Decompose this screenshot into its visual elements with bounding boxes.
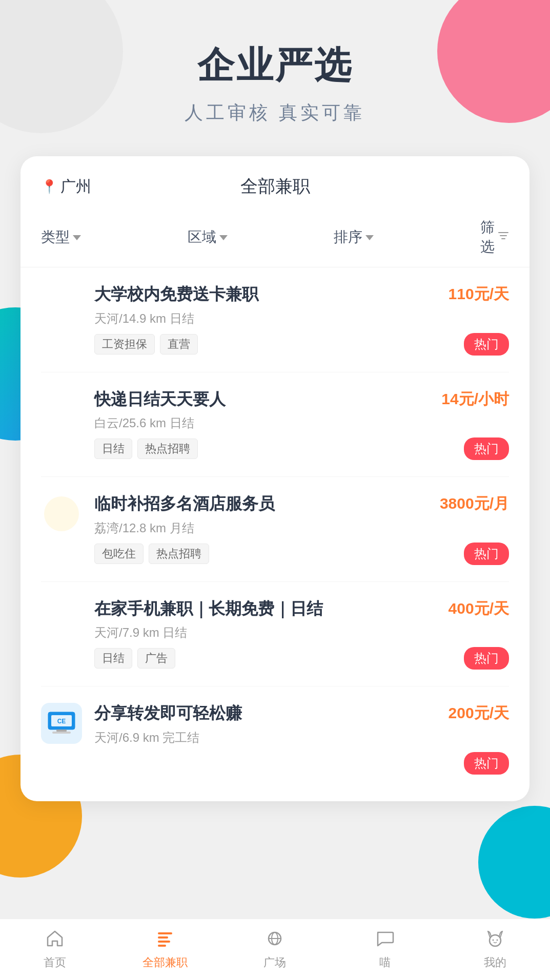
- hot-badge-1: 热门: [464, 333, 509, 356]
- svg-rect-10: [158, 932, 172, 934]
- job-content-1: 大学校内免费送卡兼职 110元/天 天河/14.9 km 日结 工资担保 直营 …: [94, 284, 509, 356]
- filter-type-label: 类型: [41, 227, 70, 247]
- job-salary-3: 3800元/月: [440, 493, 509, 514]
- job-logo-5: CE: [41, 703, 82, 744]
- filter-screen-label: 筛选: [480, 218, 495, 257]
- job-item[interactable]: 快递日结天天要人 14元/小时 白云/25.6 km 日结 日结 热点招聘 热门: [41, 372, 509, 477]
- bg-decoration-bottom-right: [478, 806, 550, 919]
- filter-type[interactable]: 类型: [41, 227, 188, 247]
- job-title-row-3: 临时补招多名酒店服务员 3800元/月: [94, 493, 509, 515]
- job-title-1: 大学校内免费送卡兼职: [94, 284, 443, 305]
- tag-4-1: 日结: [94, 648, 132, 669]
- job-meta-4: 天河/7.9 km 日结: [94, 624, 509, 641]
- job-item[interactable]: CE 分享转发即可轻松赚 200元/天 天河/6.9 km 完工结 热门: [41, 686, 509, 791]
- svg-rect-12: [158, 941, 170, 943]
- nav-home[interactable]: 首页: [0, 929, 110, 970]
- job-logo-4: [41, 598, 82, 639]
- job-salary-5: 200元/天: [449, 703, 509, 724]
- hot-badge-4: 热门: [464, 647, 509, 670]
- svg-point-18: [492, 939, 494, 941]
- job-tags-row-3: 包吃住 热点招聘 热门: [94, 543, 509, 565]
- nav-jobs-label: 全部兼职: [142, 955, 188, 970]
- hot-badge-3: 热门: [464, 543, 509, 565]
- svg-text:CE: CE: [57, 718, 66, 725]
- job-content-5: 分享转发即可轻松赚 200元/天 天河/6.9 km 完工结 热门: [94, 703, 509, 775]
- job-tags-row-1: 工资担保 直营 热门: [94, 333, 509, 356]
- job-title-2: 快递日结天天要人: [94, 389, 436, 410]
- hot-badge-2: 热门: [464, 437, 509, 460]
- job-tags-4: 日结 广告: [94, 648, 175, 669]
- header-subtitle: 人工审核 真实可靠: [21, 100, 529, 126]
- funnel-icon: [498, 230, 509, 244]
- tag-3-1: 包吃住: [94, 544, 144, 564]
- job-meta-2: 白云/25.6 km 日结: [94, 415, 509, 431]
- nav-plaza[interactable]: 广场: [220, 929, 330, 970]
- svg-rect-7: [56, 729, 67, 732]
- filter-area[interactable]: 区域: [188, 227, 334, 247]
- svg-point-3: [44, 496, 79, 531]
- filter-sort[interactable]: 排序: [334, 227, 480, 247]
- jobs-icon: [156, 929, 174, 951]
- job-tags-row-4: 日结 广告 热门: [94, 647, 509, 670]
- card-header: 📍 广州 全部兼职: [21, 156, 529, 213]
- nav-mine-label: 我的: [484, 955, 506, 970]
- job-item[interactable]: 🍽️ 临时补招多名酒店服务员 3800元/月 荔湾/12.8 km 月结 包吃住…: [41, 477, 509, 582]
- filter-area-label: 区域: [188, 227, 216, 247]
- job-meta-5: 天河/6.9 km 完工结: [94, 729, 509, 746]
- location-badge[interactable]: 📍 广州: [41, 176, 91, 197]
- job-title-4: 在家手机兼职｜长期免费｜日结: [94, 598, 443, 620]
- job-list: 大学校内免费送卡兼职 110元/天 天河/14.9 km 日结 工资担保 直营 …: [21, 267, 529, 791]
- job-meta-3: 荔湾/12.8 km 月结: [94, 520, 509, 536]
- nav-plaza-label: 广场: [263, 955, 286, 970]
- nav-home-label: 首页: [44, 955, 66, 970]
- job-title-3: 临时补招多名酒店服务员: [94, 493, 435, 515]
- planet-icon: [266, 929, 284, 951]
- svg-point-19: [496, 939, 498, 941]
- header-section: 企业严选 人工审核 真实可靠: [0, 0, 550, 156]
- job-tags-2: 日结 热点招聘: [94, 439, 198, 459]
- filter-type-chevron: [73, 235, 81, 240]
- svg-rect-8: [52, 732, 71, 734]
- bottom-nav: 首页 全部兼职 广场 喵: [0, 919, 550, 980]
- job-tags-1: 工资担保 直营: [94, 334, 198, 355]
- card-title: 全部兼职: [240, 175, 310, 198]
- chat-icon: [376, 929, 394, 951]
- job-salary-1: 110元/天: [449, 284, 509, 305]
- main-card: 📍 广州 全部兼职 类型 区域 排序 筛选: [21, 156, 529, 801]
- job-title-row-4: 在家手机兼职｜长期免费｜日结 400元/天: [94, 598, 509, 620]
- hot-badge-5: 热门: [464, 752, 509, 775]
- job-salary-2: 14元/小时: [441, 389, 509, 410]
- location-text: 广州: [60, 176, 91, 197]
- job-logo-2: [41, 389, 82, 430]
- job-item[interactable]: 大学校内免费送卡兼职 110元/天 天河/14.9 km 日结 工资担保 直营 …: [41, 267, 509, 372]
- filter-area-chevron: [219, 235, 228, 240]
- job-salary-4: 400元/天: [449, 598, 509, 619]
- tag-1-2: 直营: [160, 334, 198, 355]
- location-icon: 📍: [41, 179, 57, 195]
- job-content-4: 在家手机兼职｜长期免费｜日结 400元/天 天河/7.9 km 日结 日结 广告…: [94, 598, 509, 670]
- svg-point-17: [490, 935, 501, 946]
- job-title-row-5: 分享转发即可轻松赚 200元/天: [94, 703, 509, 724]
- header-title: 企业严选: [21, 41, 529, 90]
- home-icon: [46, 929, 64, 951]
- nav-chat[interactable]: 喵: [330, 929, 440, 970]
- job-meta-1: 天河/14.9 km 日结: [94, 310, 509, 327]
- tag-4-2: 广告: [137, 648, 175, 669]
- tag-1-1: 工资担保: [94, 334, 155, 355]
- nav-jobs[interactable]: 全部兼职: [110, 929, 220, 970]
- job-logo-3: 🍽️: [41, 493, 82, 534]
- job-tags-row-5: 热门: [94, 752, 509, 775]
- filter-screen[interactable]: 筛选: [480, 218, 509, 257]
- filter-sort-label: 排序: [334, 227, 362, 247]
- nav-chat-label: 喵: [379, 955, 391, 970]
- nav-mine[interactable]: 我的: [440, 929, 550, 970]
- job-content-3: 临时补招多名酒店服务员 3800元/月 荔湾/12.8 km 月结 包吃住 热点…: [94, 493, 509, 565]
- job-tags-row-2: 日结 热点招聘 热门: [94, 437, 509, 460]
- job-logo-1: [41, 284, 82, 325]
- svg-rect-13: [158, 945, 166, 947]
- job-item[interactable]: 在家手机兼职｜长期免费｜日结 400元/天 天河/7.9 km 日结 日结 广告…: [41, 582, 509, 687]
- tag-2-1: 日结: [94, 439, 132, 459]
- filter-sort-chevron: [365, 235, 374, 240]
- tag-3-2: 热点招聘: [149, 544, 209, 564]
- filter-bar: 类型 区域 排序 筛选: [21, 213, 529, 267]
